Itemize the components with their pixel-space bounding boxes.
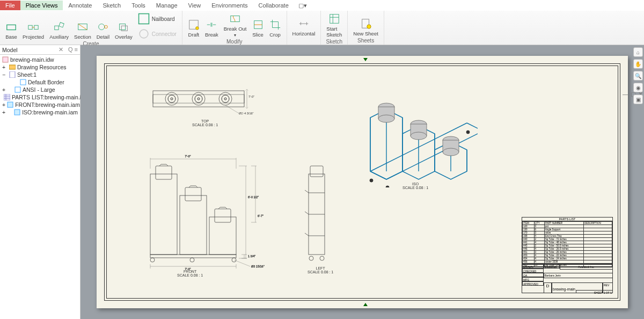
svg-point-70 — [386, 186, 389, 187]
tb-drawn: DRAWN — [522, 264, 544, 269]
overlay-button[interactable]: Overlay — [114, 20, 134, 41]
tb-qa: QA — [522, 273, 544, 277]
tree-parts-list[interactable]: PARTS LIST:brewing-main.iam — [0, 93, 80, 101]
tab-place-views[interactable]: Place Views — [20, 1, 63, 10]
window-min[interactable]: — — [623, 91, 628, 98]
ribbon-group-create: Base Projected Auxiliary Section Detail … — [0, 11, 182, 45]
svg-point-62 — [378, 115, 394, 122]
svg-rect-23 — [15, 87, 20, 92]
detail-label: Detail — [97, 34, 109, 40]
svg-rect-25 — [8, 102, 13, 107]
svg-text:Ø3 15/16": Ø3 15/16" — [251, 265, 265, 268]
svg-rect-26 — [14, 110, 20, 115]
tree-ansi-large[interactable]: +ANSI - Large — [0, 86, 80, 93]
top-view-label: TOPSCALE 0.08 : 1 — [192, 119, 218, 127]
horizontal-label: Horizontal — [292, 31, 316, 37]
parts-list-table: PARTS LIST ITEMQTYPART NUMBERDESCRIPTION… — [522, 217, 613, 267]
break-label: Break — [205, 32, 218, 38]
zoom-icon[interactable]: 🔍 — [633, 71, 643, 81]
svg-point-18 — [367, 25, 370, 28]
tab-file[interactable]: File — [0, 1, 20, 10]
svg-rect-16 — [330, 15, 339, 24]
svg-point-58 — [309, 256, 313, 260]
svg-point-31 — [171, 98, 173, 100]
tree-sheet-label: Sheet:1 — [17, 71, 36, 78]
ribbon-group-sketch: StartSketch Sketch — [321, 11, 348, 45]
svg-text:7'-0": 7'-0" — [248, 95, 254, 98]
tb-approved: APPROVED — [522, 281, 544, 286]
iso-view-label: ISOSCALE 0.08 : 1 — [402, 182, 428, 190]
tab-sketch[interactable]: Sketch — [98, 1, 127, 10]
overlay-label: Overlay — [115, 34, 133, 40]
connector-label: Connector — [152, 31, 177, 37]
right-rail: ⌂ ✋ 🔍 ◉ ▣ — [632, 45, 644, 104]
model-browser: Model ✕ Q ≡ brewing-main.idw +Drawing Re… — [0, 45, 80, 319]
auxiliary-button[interactable]: Auxiliary — [48, 20, 70, 41]
drawing-canvas[interactable]: 7'-0" Ø1'-4 3/16" TOPSCALE 0.08 : 1 — [80, 45, 644, 319]
slice-button[interactable]: Slice — [251, 18, 265, 39]
horizontal-button[interactable]: Horizontal — [291, 17, 317, 38]
svg-point-7 — [105, 25, 108, 28]
tree-resources[interactable]: +Drawing Resources — [0, 63, 80, 71]
tab-annotate[interactable]: Annotate — [63, 1, 97, 10]
svg-rect-57 — [310, 166, 323, 177]
svg-rect-27 — [153, 91, 244, 107]
svg-text:1 3/4": 1 3/4" — [248, 255, 255, 258]
svg-point-30 — [168, 95, 175, 103]
breakout-button[interactable]: Break Out▾ — [223, 12, 248, 39]
tree-sheet[interactable]: −Sheet:1 — [0, 71, 80, 78]
tb-size: D — [544, 282, 552, 293]
browser-close[interactable]: ✕ Q ≡ — [58, 46, 78, 53]
break-button[interactable]: Break — [204, 18, 219, 39]
crop-button[interactable]: Crop — [268, 18, 282, 39]
tree-iso-view-label: ISO:brewing-main.iam — [22, 109, 78, 115]
pan-icon[interactable]: ✋ — [633, 59, 643, 69]
lookat-icon[interactable]: ▣ — [633, 95, 643, 104]
present-dropdown[interactable]: ▢▾ — [298, 2, 307, 9]
tab-bar: File Place Views Annotate Sketch Tools M… — [0, 0, 644, 11]
tab-view[interactable]: View — [183, 1, 207, 10]
parts-list-title: PARTS LIST — [522, 218, 612, 221]
svg-rect-3 — [55, 26, 58, 30]
ribbon-group-sheets: New Sheet Sheets — [348, 11, 384, 45]
svg-point-68 — [443, 148, 459, 156]
svg-rect-20 — [9, 65, 16, 69]
base-button[interactable]: Base — [4, 20, 18, 41]
svg-point-59 — [320, 256, 324, 260]
tree-root[interactable]: brewing-main.idw — [0, 56, 80, 63]
svg-rect-40 — [150, 174, 177, 255]
svg-rect-21 — [10, 71, 15, 78]
ribbon-group-modify: Draft Break Break Out▾ Slice Crop Modify — [182, 11, 287, 45]
svg-point-32 — [192, 92, 205, 105]
tab-environments[interactable]: Environments — [206, 1, 253, 10]
svg-text:7'-0": 7'-0" — [185, 155, 191, 158]
tab-collaborate[interactable]: Collaborate — [253, 1, 294, 10]
nailboard-button[interactable]: Nailboard — [137, 12, 178, 26]
home-icon[interactable]: ⌂ — [633, 47, 643, 57]
draft-label: Draft — [188, 32, 200, 38]
draft-button[interactable]: Draft — [187, 18, 201, 39]
tree-default-border[interactable]: Default Border — [0, 78, 80, 86]
orbit-icon[interactable]: ◉ — [633, 83, 643, 92]
section-label: Section — [74, 34, 91, 40]
projected-button[interactable]: Projected — [21, 20, 45, 41]
drawing-sheet: 7'-0" Ø1'-4 3/16" TOPSCALE 0.08 : 1 — [97, 56, 628, 308]
tree-front-view[interactable]: +FRONT:brewing-main.iam — [0, 101, 80, 108]
top-arrow-icon — [362, 57, 369, 62]
section-button[interactable]: Section — [73, 20, 92, 41]
new-sheet-button[interactable]: New Sheet — [352, 17, 379, 38]
tb-checked: CHECKED — [522, 269, 544, 273]
svg-point-37 — [224, 98, 226, 100]
bottom-arrow-icon — [362, 302, 369, 307]
svg-point-29 — [165, 92, 178, 105]
tree-default-border-label: Default Border — [28, 79, 64, 85]
base-label: Base — [5, 34, 17, 40]
tab-manage[interactable]: Manage — [151, 1, 183, 10]
tree-iso-view[interactable]: +ISO:brewing-main.iam — [0, 108, 80, 116]
svg-point-36 — [222, 95, 229, 103]
tab-tools[interactable]: Tools — [126, 1, 151, 10]
detail-button[interactable]: Detail — [96, 20, 111, 41]
svg-text:6'-0 1/2": 6'-0 1/2" — [248, 195, 259, 199]
start-sketch-button[interactable]: StartSketch — [325, 12, 343, 39]
svg-point-34 — [197, 98, 200, 100]
